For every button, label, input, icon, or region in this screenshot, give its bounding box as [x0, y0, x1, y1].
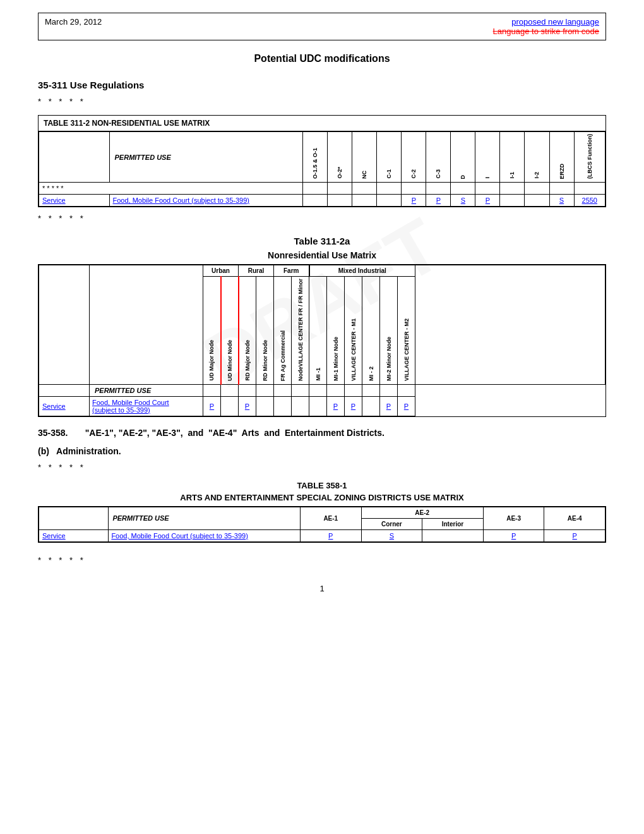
- val-o1: [303, 195, 328, 207]
- data-row-use: Food, Mobile Food Court (subject to 35-3…: [109, 195, 303, 207]
- table-358-title1: TABLE 358-1: [38, 481, 606, 490]
- admin-title: (b) Administration.: [38, 446, 606, 456]
- permitted-use-header: PERMITTED USE: [109, 132, 303, 183]
- col-nc-header: NC: [352, 132, 377, 183]
- ae2-interior-header: Interior: [422, 518, 484, 529]
- service-cat-358: Service: [39, 529, 109, 541]
- col-mi2: MI - 2: [362, 277, 380, 385]
- header-box: March 29, 2012 proposed new language Lan…: [38, 13, 606, 40]
- food-court-link-2a[interactable]: Food, Mobile Food Court(subject to 35-39…: [92, 399, 169, 414]
- col-village-m2: VILLAGE CENTER - M2: [398, 277, 415, 385]
- mixed-industrial-group-header: Mixed Industrial: [309, 265, 415, 277]
- permitted-use-label-2a: PERMITTED USE: [90, 385, 203, 397]
- val-ae3: P: [483, 529, 544, 541]
- strike-lang-label: Language to strike from code: [493, 27, 599, 36]
- stars-4: * * * * *: [38, 555, 606, 565]
- data-row-category: Service: [39, 195, 110, 207]
- val-ae4: P: [544, 529, 605, 541]
- val-ud-major: P: [203, 397, 221, 416]
- val-mi1-minor: P: [327, 397, 345, 416]
- table-311-2-col-header-row: PERMITTED USE O-1.5 & O-1 O-2* NC C-1 C-…: [39, 132, 605, 183]
- table-311-2-stars-row: * * * * *: [39, 183, 605, 195]
- table-311-2: PERMITTED USE O-1.5 & O-1 O-2* NC C-1 C-…: [39, 131, 605, 207]
- table-311-2a-title2: Nonresidential Use Matrix: [38, 250, 606, 260]
- val-i: P: [475, 195, 500, 207]
- table-358-group-row: PERMITTED USE AE-1 AE-2 AE-3 AE-4: [39, 507, 605, 518]
- col-mi1-minor: MI-1 Minor Node: [327, 277, 345, 385]
- section-358-heading: 35-358. "AE-1", "AE-2", "AE-3", and "AE-…: [38, 427, 606, 440]
- val-mi2: [362, 397, 380, 416]
- val-rd-minor: [256, 397, 274, 416]
- urban-group-header: Urban: [203, 265, 239, 277]
- table-358-title2: ARTS AND ENTERTAINMENT SPECIAL ZONING DI…: [38, 493, 606, 502]
- val-mi1: [309, 397, 327, 416]
- col-village-fr: NodeVILLAGE CENTER FR / FR Minor: [292, 277, 309, 385]
- col-village-m1: VILLAGE CENTER - M1: [345, 277, 362, 385]
- stars-3: * * * * *: [38, 462, 606, 472]
- table-311-2a: Urban Rural Farm Mixed Industrial UD Maj…: [39, 265, 605, 416]
- farm-group-header: Farm: [274, 265, 309, 277]
- col-mi2-minor: MI-2 Minor Node: [380, 277, 398, 385]
- table-311-2-container: TABLE 311-2 NON-RESIDENTIAL USE MATRIX P…: [38, 115, 606, 207]
- ae2-group-header: AE-2: [361, 507, 483, 518]
- stars-row-cell: * * * * *: [39, 183, 303, 195]
- ae1-header: AE-1: [300, 507, 361, 529]
- val-rd-major: P: [239, 397, 256, 416]
- table-311-2a-container: Urban Rural Farm Mixed Industrial UD Maj…: [38, 264, 606, 417]
- table-358-data-row: Service Food, Mobile Food Court (subject…: [39, 529, 605, 541]
- val-ae1: P: [300, 529, 361, 541]
- stars-1: * * * * *: [38, 97, 606, 106]
- proposed-lang-label: proposed new language: [493, 17, 599, 27]
- table-311-2-data-row: Service Food, Mobile Food Court (subject…: [39, 195, 605, 207]
- empty-cat: [39, 265, 90, 385]
- val-ae2-corner: S: [361, 529, 422, 541]
- val-d: S: [451, 195, 475, 207]
- val-erzd: S: [549, 195, 574, 207]
- empty-use: [90, 265, 203, 385]
- group-header-row: Urban Rural Farm Mixed Industrial: [39, 265, 605, 277]
- val-village-m2: P: [398, 397, 415, 416]
- val-village-fr: [292, 397, 309, 416]
- val-c3: P: [426, 195, 451, 207]
- val-ud-minor: [221, 397, 239, 416]
- val-c2: P: [402, 195, 426, 207]
- col-c1-header: C-1: [377, 132, 402, 183]
- food-court-link-1[interactable]: Food, Mobile Food Court (subject to 35-3…: [113, 196, 249, 204]
- col-lbcs-header: (LBCS Function): [574, 132, 605, 183]
- val-village-m1: P: [345, 397, 362, 416]
- service-link[interactable]: Service: [42, 196, 66, 204]
- val-mi2-minor: P: [380, 397, 398, 416]
- col-o1-header: O-1.5 & O-1: [303, 132, 328, 183]
- val-i2: [525, 195, 549, 207]
- permitted-use-label-row: PERMITTED USE: [39, 385, 605, 397]
- col-ud-minor: UD Minor Node: [221, 277, 239, 385]
- empty-cell-1: [39, 132, 110, 183]
- col-c2-header: C-2: [402, 132, 426, 183]
- col-i1-header: I-1: [500, 132, 525, 183]
- ae2-corner-header: Corner: [361, 518, 422, 529]
- table-358-container: PERMITTED USE AE-1 AE-2 AE-3 AE-4 Corner…: [38, 506, 606, 543]
- col-rd-minor: RD Minor Node: [256, 277, 274, 385]
- permitted-use-358: PERMITTED USE: [109, 507, 301, 529]
- page-number: 1: [38, 584, 606, 593]
- val-i1: [500, 195, 525, 207]
- rural-group-header: Rural: [239, 265, 274, 277]
- empty-358-1: [39, 507, 109, 529]
- header-date: March 29, 2012: [45, 17, 102, 36]
- col-fr-ag: FR Ag Commercial: [274, 277, 292, 385]
- col-ud-major: UD Major Node: [203, 277, 221, 385]
- col-d-header: D: [451, 132, 475, 183]
- service-cat-2a: Service: [39, 397, 90, 416]
- val-c1: [377, 195, 402, 207]
- service-link-358[interactable]: Service: [42, 532, 66, 540]
- food-court-link-358[interactable]: Food, Mobile Food Court (subject to 35-3…: [111, 532, 247, 540]
- val-fr-ag: [274, 397, 292, 416]
- table-358: PERMITTED USE AE-1 AE-2 AE-3 AE-4 Corner…: [39, 507, 605, 542]
- col-mi1: MI -1: [309, 277, 327, 385]
- table-311-2-header: TABLE 311-2 NON-RESIDENTIAL USE MATRIX: [39, 116, 605, 131]
- val-nc: [352, 195, 377, 207]
- main-title: Potential UDC modifications: [38, 53, 606, 64]
- col-o2-header: O-2*: [328, 132, 352, 183]
- section-311-title: 35-311 Use Regulations: [38, 80, 606, 90]
- service-link-2a[interactable]: Service: [42, 402, 66, 410]
